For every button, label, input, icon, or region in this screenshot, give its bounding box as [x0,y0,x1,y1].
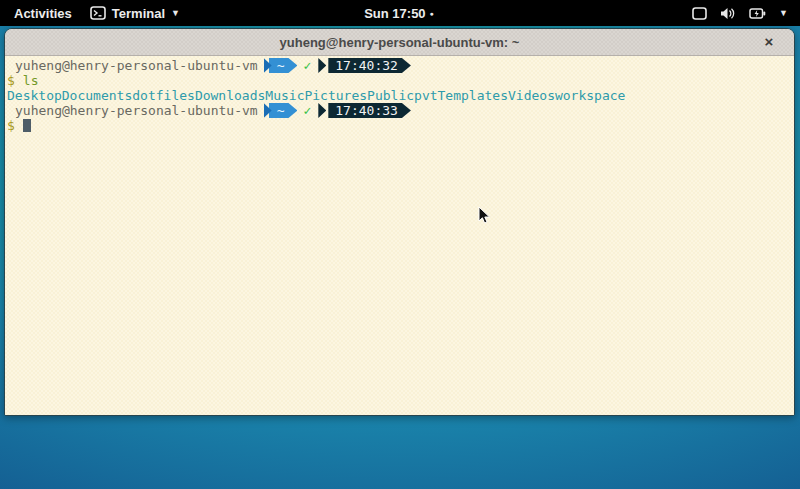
terminal-icon [90,6,106,20]
prompt-symbol: $ [7,73,15,88]
notification-dot-icon: ● [430,10,434,17]
screen: Activities Terminal ▼ Sun 17:50 ● [0,0,800,489]
system-status-area[interactable]: ▼ [434,7,800,20]
clock-button[interactable]: Sun 17:50 ● [364,6,434,21]
activities-button[interactable]: Activities [10,4,76,23]
powerline-arrow-icon [318,58,326,73]
screen-icon [692,7,707,20]
prompt-time-segment: 17:40:33 [318,103,411,118]
close-button[interactable]: × [760,33,778,51]
command-text: ls [23,73,39,88]
chevron-down-icon: ▼ [171,8,180,18]
powerline-arrow-icon [318,103,326,118]
window-title: yuheng@henry-personal-ubuntu-vm: ~ [280,35,520,50]
prompt-line-1: yuheng@henry-personal-ubuntu-vm ~ ✓ 17:4… [7,58,794,73]
app-menu-label: Terminal [112,6,165,21]
command-line: $ ls [7,73,794,88]
directory-name: Documents [62,88,132,103]
directory-name: Music [265,88,304,103]
battery-charging-icon [749,7,766,20]
clock-label: Sun 17:50 [364,6,425,21]
directory-name: Public [367,88,414,103]
terminal-content-area[interactable]: yuheng@henry-personal-ubuntu-vm ~ ✓ 17:4… [5,56,794,416]
prompt-symbol: $ [7,118,15,133]
window-titlebar[interactable]: yuheng@henry-personal-ubuntu-vm: ~ × [5,29,794,56]
status-check-icon: ✓ [303,103,311,118]
prompt-time: 17:40:33 [328,103,411,118]
ls-output-line: Desktop Documents dotfiles Downloads Mus… [7,88,794,103]
prompt-time: 17:40:32 [328,58,411,73]
prompt-line-2: yuheng@henry-personal-ubuntu-vm ~ ✓ 17:4… [7,103,794,118]
directory-name: Templates [438,88,508,103]
prompt-path: ~ [269,58,298,73]
status-check-icon: ✓ [303,58,311,73]
directory-name: Downloads [195,88,265,103]
prompt-path-segment: ~ [264,103,298,118]
prompt-path-segment: ~ [264,58,298,73]
directory-name: Pictures [304,88,367,103]
current-input-line: $ [7,118,794,133]
prompt-path: ~ [269,103,298,118]
directory-name: dotfiles [132,88,195,103]
volume-icon [720,7,736,20]
directory-name: pvt [414,88,437,103]
prompt-user-host: yuheng@henry-personal-ubuntu-vm [15,58,258,73]
app-menu-terminal[interactable]: Terminal ▼ [90,6,180,21]
directory-name: workspace [555,88,625,103]
status-menu-chevron-icon: ▼ [779,8,788,18]
gnome-top-bar: Activities Terminal ▼ Sun 17:50 ● [0,0,800,26]
prompt-time-segment: 17:40:32 [318,58,411,73]
directory-name: Videos [508,88,555,103]
text-cursor-block [23,119,31,132]
prompt-user-host: yuheng@henry-personal-ubuntu-vm [15,103,258,118]
directory-name: Desktop [7,88,62,103]
terminal-window: yuheng@henry-personal-ubuntu-vm: ~ × yuh… [4,28,795,416]
